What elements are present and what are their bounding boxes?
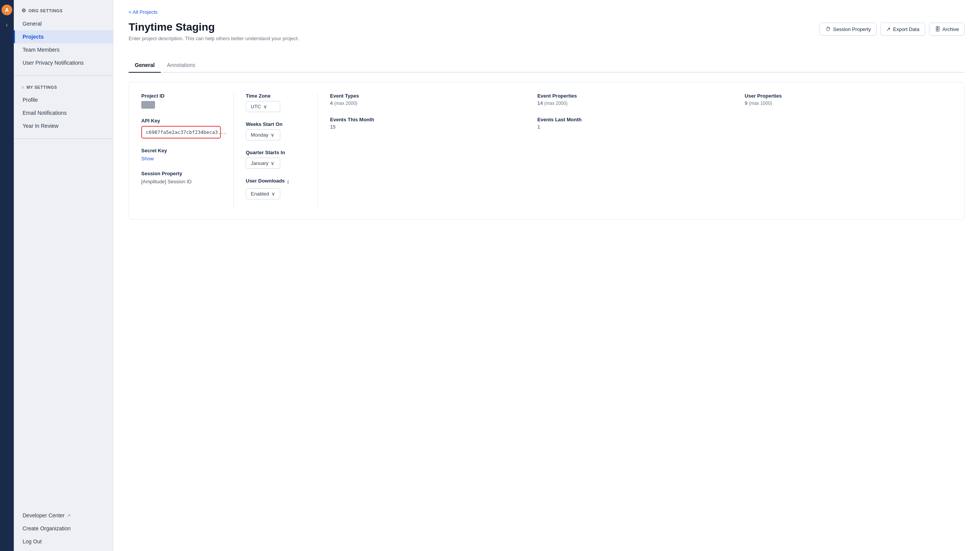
sidebar-item-email-notifications[interactable]: Email Notifications bbox=[14, 106, 113, 119]
event-properties-label: Event Properties bbox=[537, 93, 736, 99]
archive-button[interactable]: 🗄 Archive bbox=[929, 23, 965, 36]
events-this-month-value: 15 bbox=[330, 124, 528, 130]
session-property-label: Session Property bbox=[141, 171, 221, 176]
info-icon: ℹ bbox=[287, 179, 289, 185]
stat-event-properties: Event Properties 14 (max 2000) Events La… bbox=[537, 93, 745, 209]
project-id-value bbox=[141, 101, 155, 109]
session-property-value: [Amplitude] Session ID bbox=[141, 179, 221, 184]
quarter-starts-in-label: Quarter Starts In bbox=[246, 150, 305, 155]
breadcrumb[interactable]: < All Projects bbox=[129, 9, 965, 15]
session-property-field: Session Property [Amplitude] Session ID bbox=[141, 171, 221, 184]
timezone-field: Time Zone UTC ∨ bbox=[246, 93, 305, 112]
timezone-select[interactable]: UTC ∨ bbox=[246, 101, 280, 112]
quarter-starts-in-field: Quarter Starts In January ∨ bbox=[246, 150, 305, 169]
api-key-input[interactable]: c6987fa5e2ac37cbf234beca3... bbox=[141, 126, 221, 139]
timer-icon: ⏱ bbox=[825, 26, 831, 32]
page-description: Enter project description. This can help… bbox=[129, 36, 299, 41]
tab-annotations[interactable]: Annotations bbox=[161, 58, 201, 73]
settings-col-1: Project ID API Key c6987fa5e2ac37cbf234b… bbox=[141, 93, 233, 209]
external-link-icon: ↗ bbox=[67, 513, 70, 518]
events-last-month-label: Events Last Month bbox=[537, 117, 736, 122]
weeks-start-on-label: Weeks Start On bbox=[246, 121, 305, 127]
person-icon: ○ bbox=[21, 85, 24, 90]
project-id-field: Project ID bbox=[141, 93, 221, 109]
archive-icon: 🗄 bbox=[935, 26, 940, 32]
user-downloads-select[interactable]: Enabled ∨ bbox=[246, 188, 280, 199]
sidebar-item-user-privacy[interactable]: User Privacy Notifications bbox=[14, 56, 113, 69]
session-property-button[interactable]: ⏱ Session Property bbox=[820, 23, 877, 36]
secret-key-field: Secret Key Show bbox=[141, 148, 221, 161]
back-icon[interactable]: ‹ bbox=[6, 21, 8, 28]
page-header: Tinytime Staging Enter project descripti… bbox=[129, 21, 965, 51]
export-data-button[interactable]: ↗ Export Data bbox=[880, 23, 925, 36]
main-content: < All Projects Tinytime Staging Enter pr… bbox=[113, 0, 980, 551]
tabs: General Annotations bbox=[129, 58, 965, 73]
chevron-down-icon-2: ∨ bbox=[271, 132, 274, 138]
sidebar-divider-2 bbox=[14, 139, 113, 139]
settings-grid: Project ID API Key c6987fa5e2ac37cbf234b… bbox=[141, 93, 952, 209]
user-properties-label: User Properties bbox=[745, 93, 943, 99]
page-title-group: Tinytime Staging Enter project descripti… bbox=[129, 21, 299, 51]
api-key-field: API Key c6987fa5e2ac37cbf234beca3... bbox=[141, 118, 221, 139]
settings-col-2: Time Zone UTC ∨ Weeks Start On Monday ∨ … bbox=[233, 93, 317, 209]
weeks-start-on-field: Weeks Start On Monday ∨ bbox=[246, 121, 305, 140]
sidebar-item-team-members[interactable]: Team Members bbox=[14, 43, 113, 56]
export-icon: ↗ bbox=[886, 26, 891, 32]
page-title: Tinytime Staging bbox=[129, 21, 299, 33]
event-types-label: Event Types bbox=[330, 93, 528, 99]
project-id-label: Project ID bbox=[141, 93, 221, 99]
chevron-down-icon-3: ∨ bbox=[271, 160, 274, 166]
sidebar-item-projects[interactable]: Projects bbox=[14, 30, 113, 43]
sidebar-item-profile[interactable]: Profile bbox=[14, 93, 113, 106]
events-last-month-value: 1 bbox=[537, 124, 736, 130]
sidebar-item-year-in-review[interactable]: Year In Review bbox=[14, 119, 113, 132]
sidebar-item-create-org[interactable]: Create Organization bbox=[14, 522, 113, 535]
timezone-label: Time Zone bbox=[246, 93, 305, 99]
tab-general[interactable]: General bbox=[129, 58, 161, 73]
user-properties-value: 9 (max 1000) bbox=[745, 100, 943, 106]
sidebar: ⚙ ORG SETTINGS General Projects Team Mem… bbox=[14, 0, 113, 551]
sidebar-bottom: Developer Center ↗ Create Organization L… bbox=[14, 503, 113, 551]
sidebar-item-developer-center[interactable]: Developer Center ↗ bbox=[14, 509, 113, 522]
weeks-start-on-select[interactable]: Monday ∨ bbox=[246, 129, 280, 140]
chevron-down-icon-4: ∨ bbox=[271, 191, 275, 197]
my-settings-title: ○ MY SETTINGS bbox=[14, 85, 113, 93]
user-downloads-field: User Downloads ℹ Enabled ∨ bbox=[246, 178, 305, 199]
sidebar-divider bbox=[14, 75, 113, 76]
settings-card: Project ID API Key c6987fa5e2ac37cbf234b… bbox=[129, 82, 965, 220]
app-logo[interactable]: A bbox=[2, 5, 12, 15]
secret-key-show-link[interactable]: Show bbox=[141, 156, 221, 161]
gear-icon: ⚙ bbox=[21, 8, 26, 13]
org-settings-section: ⚙ ORG SETTINGS General Projects Team Mem… bbox=[14, 0, 113, 72]
events-this-month-label: Events This Month bbox=[330, 117, 528, 122]
my-settings-section: ○ MY SETTINGS Profile Email Notification… bbox=[14, 79, 113, 135]
org-settings-title: ⚙ ORG SETTINGS bbox=[14, 8, 113, 17]
sidebar-item-log-out[interactable]: Log Out bbox=[14, 535, 113, 548]
icon-bar: A ‹ bbox=[0, 0, 14, 551]
sidebar-item-general[interactable]: General bbox=[14, 17, 113, 30]
stats-col: Event Types 4 (max 2000) Events This Mon… bbox=[317, 93, 952, 209]
user-downloads-label: User Downloads bbox=[246, 178, 285, 184]
chevron-down-icon: ∨ bbox=[263, 104, 267, 109]
stat-event-types: Event Types 4 (max 2000) Events This Mon… bbox=[330, 93, 537, 209]
secret-key-label: Secret Key bbox=[141, 148, 221, 153]
event-types-value: 4 (max 2000) bbox=[330, 100, 528, 106]
api-key-label: API Key bbox=[141, 118, 221, 124]
quarter-starts-in-select[interactable]: January ∨ bbox=[246, 158, 280, 169]
stat-user-properties: User Properties 9 (max 1000) bbox=[745, 93, 952, 209]
event-properties-value: 14 (max 2000) bbox=[537, 100, 736, 106]
header-buttons: ⏱ Session Property ↗ Export Data 🗄 Archi… bbox=[820, 21, 965, 36]
